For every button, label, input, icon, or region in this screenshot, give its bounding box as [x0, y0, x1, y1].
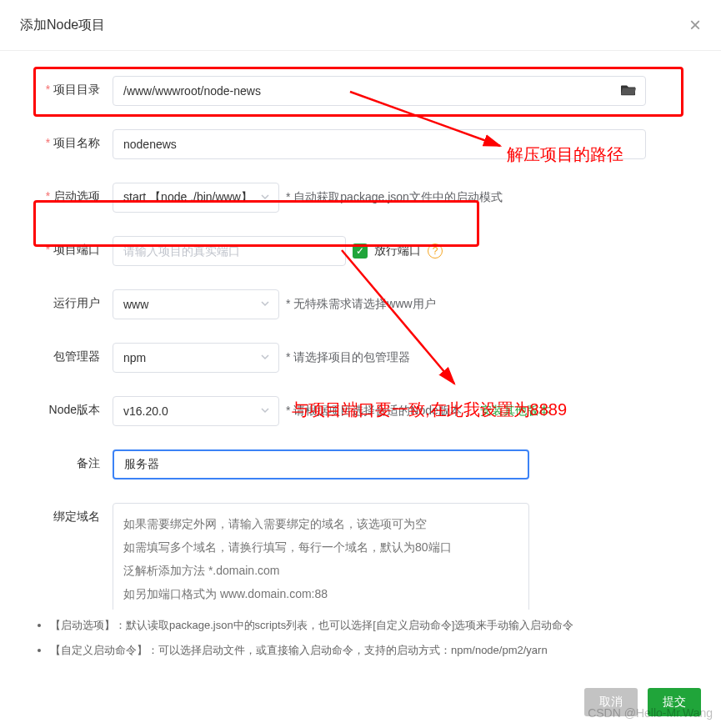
modal-body: 项目目录 项目名称 启动选项 start 【node ./bin/www】 — [0, 51, 721, 610]
allow-port-checkbox[interactable]: ✓ — [353, 244, 368, 259]
folder-icon[interactable] — [621, 84, 636, 98]
start-option-value: start 【node ./bin/www】 — [123, 190, 253, 205]
modal-title: 添加Node项目 — [20, 17, 105, 34]
package-manager-select[interactable]: npm — [113, 343, 279, 373]
row-node-version: Node版本 v16.20.0 * 请根据项目选择合适的Node版本， 安装其他… — [33, 396, 688, 426]
label-node: Node版本 — [33, 396, 113, 418]
project-port-input[interactable] — [113, 236, 346, 266]
row-start-option: 启动选项 start 【node ./bin/www】 * 自动获取packag… — [33, 183, 688, 213]
run-user-select[interactable]: www — [113, 289, 279, 319]
project-dir-input[interactable] — [113, 76, 646, 106]
label-port: 项目端口 — [33, 236, 113, 258]
project-name-input[interactable] — [113, 129, 646, 159]
install-other-link[interactable]: 安装其他版本 — [480, 404, 550, 419]
user-hint: * 无特殊需求请选择www用户 — [286, 297, 436, 312]
row-project-name: 项目名称 — [33, 129, 688, 159]
label-pkg: 包管理器 — [33, 343, 113, 364]
row-remark: 备注 — [33, 449, 688, 479]
node-value: v16.20.0 — [123, 404, 168, 418]
chevron-down-icon — [260, 191, 270, 204]
node-hint: * 请根据项目选择合适的Node版本， — [286, 404, 473, 419]
run-user-value: www — [123, 298, 148, 311]
allow-port-label: 放行端口 — [374, 244, 421, 259]
watermark: CSDN @Hello-Mr.Wang — [588, 706, 713, 720]
chevron-down-icon — [260, 298, 270, 311]
chevron-down-icon — [260, 404, 270, 418]
add-node-modal: 添加Node项目 × 项目目录 项目名称 启动选项 start 【node ./… — [0, 0, 721, 728]
domain-textarea[interactable] — [113, 503, 529, 610]
tips-list: 【启动选项】：默认读取package.json中的scripts列表，也可以选择… — [0, 610, 721, 676]
row-run-user: 运行用户 www * 无特殊需求请选择www用户 — [33, 289, 688, 319]
help-icon[interactable]: ? — [428, 244, 443, 259]
row-bind-domain: 绑定域名 — [33, 503, 688, 610]
modal-header: 添加Node项目 × — [0, 0, 721, 51]
label-domain: 绑定域名 — [33, 503, 113, 525]
label-user: 运行用户 — [33, 289, 113, 311]
close-button[interactable]: × — [689, 15, 701, 35]
start-hint: * 自动获取package.json文件中的启动模式 — [286, 190, 503, 205]
row-package-manager: 包管理器 npm * 请选择项目的包管理器 — [33, 343, 688, 373]
chevron-down-icon — [260, 351, 270, 364]
remark-input[interactable] — [113, 449, 529, 479]
label-start: 启动选项 — [33, 183, 113, 204]
row-project-port: 项目端口 ✓ 放行端口 ? — [33, 236, 688, 266]
tip-item: 【启动选项】：默认读取package.json中的scripts列表，也可以选择… — [50, 618, 688, 633]
pkg-value: npm — [123, 351, 146, 364]
label-name: 项目名称 — [33, 129, 113, 151]
tip-item: 【自定义启动命令】：可以选择启动文件，或直接输入启动命令，支持的启动方式：npm… — [50, 643, 688, 658]
node-version-select[interactable]: v16.20.0 — [113, 396, 279, 426]
modal-footer: 取消 提交 — [0, 676, 721, 728]
start-option-select[interactable]: start 【node ./bin/www】 — [113, 183, 279, 213]
pkg-hint: * 请选择项目的包管理器 — [286, 350, 410, 365]
row-project-dir: 项目目录 — [33, 76, 688, 106]
label-dir: 项目目录 — [33, 76, 113, 98]
label-remark: 备注 — [33, 449, 113, 471]
